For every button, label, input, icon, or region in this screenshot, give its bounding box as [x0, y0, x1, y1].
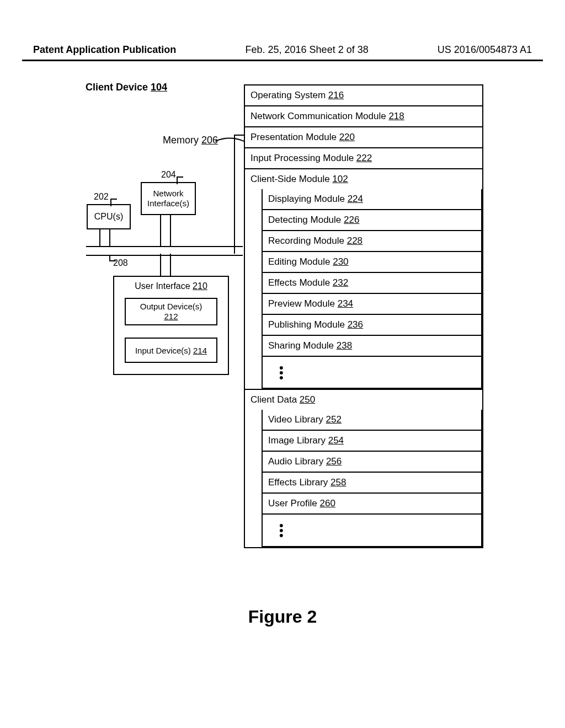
bus-cap — [234, 135, 244, 136]
mem-row-share: Sharing Module 238 — [263, 336, 481, 357]
client-side-module-children: Displaying Module 224 Detecting Module 2… — [262, 189, 482, 389]
client-data-children: Video Library 252 Image Library 254 Audi… — [262, 410, 482, 547]
network-interface-box: Network Interface(s) — [141, 182, 196, 215]
figure-caption: Figure 2 — [0, 607, 565, 627]
cpu-ref-number: 202 — [94, 192, 109, 202]
mem-row-presentation: Presentation Module 220 — [245, 127, 482, 148]
bus-stub-net — [160, 215, 171, 246]
page-header: Patent Application Publication Feb. 25, … — [0, 44, 565, 56]
memory-label: Memory 206 — [163, 135, 218, 146]
header-date-sheet: Feb. 25, 2016 Sheet 2 of 38 — [246, 44, 369, 56]
input-devices-box: Input Device(s) 214 — [125, 338, 217, 363]
mem-row-audio-lib: Audio Library 256 — [263, 452, 481, 473]
mem-row-edit: Editing Module 230 — [263, 252, 481, 273]
user-interface-ref: 210 — [193, 281, 207, 291]
mem-row-ellipsis-data: ••• — [263, 515, 481, 545]
mem-row-record: Recording Module 228 — [263, 231, 481, 252]
input-devices-label: Input Device(s) — [135, 346, 193, 355]
memory-text: Memory — [163, 135, 201, 146]
header-publication: Patent Application Publication — [33, 44, 176, 56]
page: Patent Application Publication Feb. 25, … — [0, 0, 565, 728]
network-ref-number: 204 — [161, 170, 176, 180]
mem-row-display: Displaying Module 224 — [263, 189, 481, 210]
client-side-module-group: Client-Side Module 102 Displaying Module… — [245, 169, 482, 390]
mem-row-image-lib: Image Library 254 — [263, 431, 481, 452]
mem-row-video-lib: Video Library 252 — [263, 410, 481, 431]
client-data-group: Client Data 250 Video Library 252 Image … — [245, 390, 482, 547]
bus-stub-ui — [160, 254, 171, 276]
mem-row-clientside: Client-Side Module 102 — [245, 169, 482, 189]
client-device-text: Client Device — [86, 82, 151, 93]
mem-row-ellipsis-modules: ••• — [263, 357, 481, 388]
mem-row-effects: Effects Module 232 — [263, 273, 481, 294]
client-device-label: Client Device 104 — [86, 82, 167, 93]
bus-ref-leader — [109, 255, 116, 261]
memory-contents: Operating System 216 Network Communicati… — [244, 84, 483, 548]
vertical-ellipsis-icon: ••• — [268, 361, 476, 383]
user-interface-label: User Interface — [135, 281, 193, 291]
mem-row-clientdata: Client Data 250 — [245, 390, 482, 410]
mem-row-publish: Publishing Module 236 — [263, 315, 481, 336]
output-devices-box: Output Device(s) 212 — [125, 298, 217, 325]
input-devices-ref: 214 — [193, 346, 207, 355]
cpu-box: CPU(s) — [87, 204, 131, 229]
output-devices-label: Output Device(s) — [140, 302, 202, 311]
mem-row-inputproc: Input Processing Module 222 — [245, 148, 482, 169]
vertical-ellipsis-icon: ••• — [268, 519, 476, 541]
mem-row-os: Operating System 216 — [245, 85, 482, 106]
mem-row-user-prof: User Profile 260 — [263, 494, 481, 515]
bus-stub-cpu — [99, 229, 110, 246]
header-pub-number: US 2016/0054873 A1 — [438, 44, 532, 56]
mem-row-detect: Detecting Module 226 — [263, 210, 481, 231]
mem-row-effects-lib: Effects Library 258 — [263, 473, 481, 494]
client-device-ref: 104 — [151, 82, 167, 93]
cpu-label: CPU(s) — [94, 212, 123, 222]
network-interface-label: Network Interface(s) — [142, 189, 195, 208]
mem-row-netcomm: Network Communication Module 218 — [245, 106, 482, 127]
mem-row-preview: Preview Module 234 — [263, 294, 481, 315]
bus-stub-memory — [234, 135, 245, 254]
header-divider — [22, 60, 543, 61]
output-devices-ref: 212 — [164, 312, 178, 321]
